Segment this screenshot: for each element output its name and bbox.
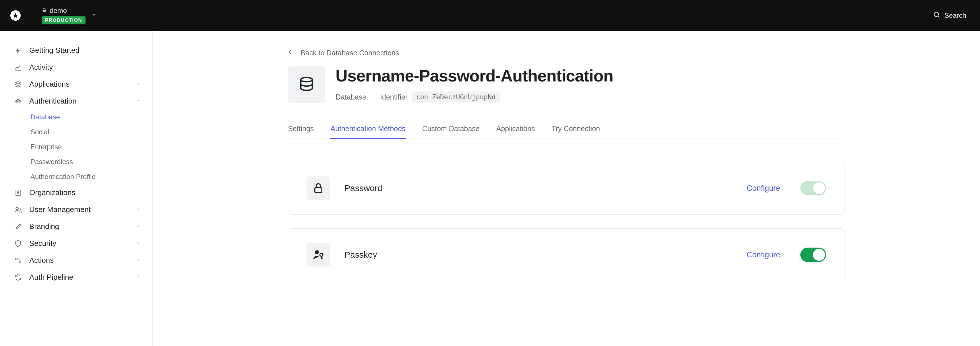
bolt-icon	[14, 47, 22, 54]
tabs: SettingsAuthentication MethodsCustom Dat…	[288, 119, 845, 139]
sidebar-item-label: Authentication	[29, 97, 136, 106]
sidebar-item-label: Actions	[29, 256, 136, 265]
chart-icon	[14, 64, 22, 71]
svg-point-8	[320, 253, 323, 257]
sidebar-item-label: Security	[29, 239, 136, 248]
sidebar-item-organizations[interactable]: Organizations	[0, 184, 153, 201]
shield-icon	[14, 240, 22, 247]
toggle-passkey[interactable]	[800, 248, 826, 262]
arrow-left-icon	[288, 48, 295, 57]
tenant-name-label: demo	[50, 6, 67, 14]
svg-point-2	[16, 207, 18, 210]
chevron-icon	[136, 98, 141, 105]
method-card-password: PasswordConfigure	[288, 162, 845, 214]
tab-custom-database[interactable]: Custom Database	[422, 119, 480, 139]
svg-point-7	[315, 250, 319, 254]
tab-settings[interactable]: Settings	[288, 119, 314, 139]
sidebar-subitem-passwordless[interactable]: Passwordless	[0, 154, 153, 169]
sidebar: Getting StartedActivityApplicationsAuthe…	[0, 31, 153, 346]
sidebar-subitem-database[interactable]: Database	[0, 110, 153, 124]
back-label: Back to Database Connections	[301, 49, 399, 57]
pipeline-icon	[14, 274, 22, 281]
search-button[interactable]: Search	[933, 11, 966, 20]
back-link[interactable]: Back to Database Connections	[288, 48, 845, 57]
users-icon	[14, 206, 22, 213]
type-label: Database	[336, 93, 366, 101]
sidebar-item-label: Getting Started	[29, 46, 141, 55]
lock-icon	[307, 176, 330, 200]
sidebar-item-user-management[interactable]: User Management	[0, 201, 153, 218]
fingerprint-icon	[14, 98, 22, 105]
sidebar-item-branding[interactable]: Branding	[0, 218, 153, 235]
sidebar-item-label: Auth Pipeline	[29, 273, 136, 282]
sidebar-item-auth-pipeline[interactable]: Auth Pipeline	[0, 269, 153, 286]
sidebar-item-label: Applications	[29, 80, 136, 89]
sidebar-subitem-authentication-profile[interactable]: Authentication Profile	[0, 169, 153, 184]
method-name: Passkey	[344, 250, 747, 260]
environment-badge: PRODUCTION	[41, 16, 86, 24]
toggle-password	[800, 181, 826, 195]
database-icon	[288, 66, 325, 103]
svg-rect-3	[15, 258, 17, 260]
svg-rect-1	[16, 190, 20, 196]
sidebar-item-actions[interactable]: Actions	[0, 252, 153, 269]
tab-authentication-methods[interactable]: Authentication Methods	[330, 119, 405, 139]
brush-icon	[14, 223, 22, 230]
sidebar-item-security[interactable]: Security	[0, 235, 153, 252]
method-card-passkey: PasskeyConfigure	[288, 229, 845, 281]
sidebar-item-label: Branding	[29, 222, 136, 231]
tab-applications[interactable]: Applications	[496, 119, 535, 139]
chevron-icon	[136, 206, 141, 213]
chevron-icon	[136, 274, 141, 281]
sidebar-item-label: Organizations	[29, 188, 141, 197]
sidebar-subitem-social[interactable]: Social	[0, 124, 153, 140]
stack-icon	[14, 81, 22, 88]
chevron-icon	[136, 224, 141, 230]
chevron-icon	[136, 257, 141, 263]
identifier-label: Identifier	[380, 93, 407, 101]
chevron-icon	[136, 81, 141, 87]
lock-icon	[41, 6, 47, 14]
passkey-icon	[307, 243, 330, 267]
sidebar-item-getting-started[interactable]: Getting Started	[0, 42, 153, 59]
chevron-icon	[136, 240, 141, 247]
identifier-value: con_ZeDeczUGnUjpupNd	[412, 92, 500, 102]
sidebar-item-applications[interactable]: Applications	[0, 76, 153, 93]
svg-rect-6	[315, 187, 322, 193]
sidebar-item-activity[interactable]: Activity	[0, 59, 153, 76]
sidebar-subitem-enterprise[interactable]: Enterprise	[0, 140, 153, 154]
configure-link[interactable]: Configure	[747, 251, 780, 259]
svg-point-0	[934, 12, 939, 16]
sidebar-item-label: Activity	[29, 63, 141, 72]
flow-icon	[14, 257, 22, 264]
method-name: Password	[344, 183, 747, 193]
search-icon	[933, 11, 940, 20]
search-label: Search	[944, 11, 966, 19]
page-title: Username-Password-Authentication	[336, 66, 613, 85]
tenant-selector[interactable]: demo PRODUCTION	[41, 6, 97, 24]
app-logo[interactable]	[10, 10, 21, 21]
tab-try-connection[interactable]: Try Connection	[552, 119, 600, 139]
sidebar-item-label: User Management	[29, 205, 136, 214]
divider	[31, 9, 31, 22]
configure-link[interactable]: Configure	[747, 184, 780, 193]
building-icon	[14, 189, 22, 197]
chevron-down-icon	[91, 12, 97, 19]
sidebar-item-authentication[interactable]: Authentication	[0, 93, 153, 110]
svg-point-5	[301, 78, 312, 82]
